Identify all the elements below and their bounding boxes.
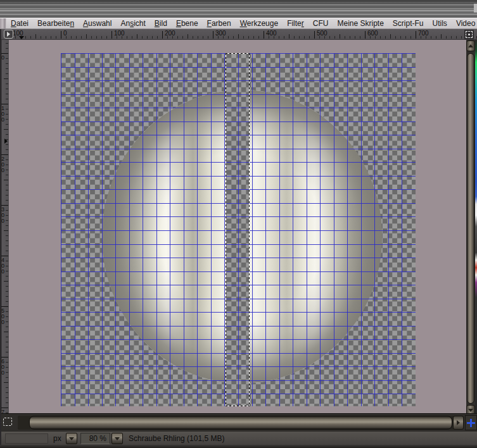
menu-script-fu[interactable]: Script-Fu [388, 18, 428, 28]
status-left-panel [5, 433, 48, 444]
vruler-label: 0 [1, 55, 6, 61]
menu-filter[interactable]: Filter [283, 18, 308, 28]
dropdown-arrow-icon [115, 437, 120, 440]
vertical-scrollbar[interactable] [466, 40, 475, 413]
dropdown-arrow-icon [69, 437, 74, 440]
vruler-label: 500 [1, 308, 6, 325]
ruler-corner-menu-button[interactable] [4, 30, 13, 39]
canvas-surround[interactable] [9, 40, 466, 413]
scroll-right-button[interactable] [453, 416, 464, 430]
hruler-label: 600 [367, 30, 378, 37]
pointer-position-marker-v [4, 139, 8, 144]
window-bottom-edge [0, 445, 477, 448]
zoom-dropdown-button[interactable] [111, 433, 123, 444]
status-bar: px 80 % Schraube Rhling (101,5 MB) [0, 431, 477, 445]
scroll-up-button[interactable] [466, 40, 475, 51]
up-arrow-icon [468, 44, 473, 47]
cut-transparent-strip [226, 53, 250, 406]
menu-farben[interactable]: Farben [203, 18, 236, 28]
horizontal-scrollbar-row [0, 413, 477, 431]
menu-ansicht[interactable]: Ansicht [116, 18, 149, 28]
menubar: DateiBearbeitenAuswahlAnsichtBildEbeneFa… [0, 18, 477, 29]
right-triangle-icon [7, 32, 10, 37]
gear-icon[interactable] [464, 30, 474, 39]
vruler-label: 600 [1, 359, 6, 376]
menu-meine-skripte[interactable]: Meine Skripte [333, 18, 388, 28]
pan-cross-icon [466, 418, 476, 428]
selection-ants-bottom [226, 406, 250, 406]
quick-mask-toggle-icon[interactable] [3, 418, 12, 426]
vertical-ruler[interactable]: 0100200300400500600700 [0, 40, 9, 413]
pointer-position-marker-h [19, 36, 24, 39]
horizontal-scrollbar-thumb[interactable] [29, 416, 452, 430]
menu-auswahl[interactable]: Auswahl [79, 18, 116, 28]
menubar-grip [0, 18, 6, 28]
selection-ants-left [226, 53, 226, 406]
menu-datei[interactable]: Datei [6, 18, 33, 28]
menu-bearbeiten[interactable]: Bearbeiten [33, 18, 79, 28]
hruler-label: 100 [114, 30, 125, 37]
window-title-bar[interactable] [0, 0, 477, 18]
unit-dropdown-button[interactable] [66, 433, 77, 444]
menu-bild[interactable]: Bild [150, 18, 172, 28]
vruler-label: 400 [1, 258, 6, 275]
hruler-label: 500 [317, 30, 328, 37]
unit-label: px [53, 434, 61, 443]
menu-ebene[interactable]: Ebene [172, 18, 203, 28]
main-area: 0100200300400500600700 [0, 40, 477, 413]
vertical-scrollbar-thumb[interactable] [467, 53, 474, 404]
down-arrow-icon [468, 409, 473, 412]
vruler-label: 200 [1, 156, 6, 173]
navigation-button[interactable] [465, 415, 477, 430]
selection-ants-top [226, 53, 250, 54]
vruler-label: 300 [1, 207, 6, 224]
gimp-window: DateiBearbeitenAuswahlAnsichtBildEbeneFa… [0, 0, 477, 448]
hruler-label: 0 [63, 30, 67, 37]
window-left-edge [0, 29, 1, 445]
right-arrow-icon [457, 420, 460, 425]
menu-video[interactable]: Video [452, 18, 477, 28]
document-title: Schraube Rhling (101,5 MB) [129, 434, 224, 443]
title-bar-corner [474, 4, 477, 13]
canvas-checkerboard[interactable] [61, 53, 416, 406]
hruler-label: 200 [165, 30, 175, 37]
menu-utils[interactable]: Utils [428, 18, 452, 28]
selection-ants-right [249, 53, 250, 406]
menu-cfu[interactable]: CFU [308, 18, 333, 28]
horizontal-ruler[interactable]: 1000100200300400500600700 [0, 29, 477, 40]
zoom-level-field[interactable]: 80 % [80, 433, 110, 444]
menu-werkzeuge[interactable]: Werkzeuge [236, 18, 283, 28]
hruler-label: 700 [418, 30, 429, 37]
hruler-label: 300 [215, 30, 226, 37]
hruler-label: 400 [266, 30, 277, 37]
vruler-label: 100 [1, 106, 6, 123]
menubar-items: DateiBearbeitenAuswahlAnsichtBildEbeneFa… [6, 18, 477, 28]
